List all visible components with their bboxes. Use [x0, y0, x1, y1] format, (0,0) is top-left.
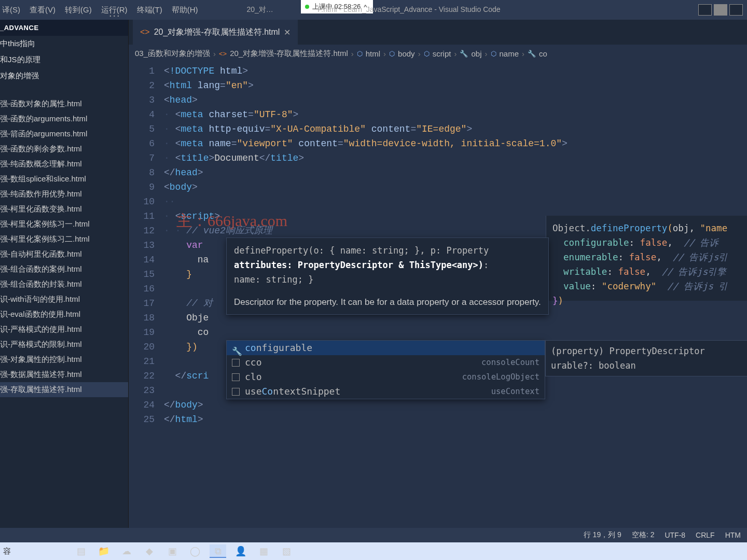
folder-list: 中this指向和JS的原理对象的增强: [0, 36, 128, 84]
task-icon-8[interactable]: ▦: [255, 544, 272, 558]
menu-help[interactable]: 帮助(H): [172, 5, 198, 15]
editor-overflow-icon[interactable]: ···: [109, 20, 121, 21]
chevron-right-icon: ›: [418, 49, 421, 58]
box-icon: [232, 373, 240, 381]
bc-folder[interactable]: 03_函数和对象的增强: [135, 49, 210, 59]
signature-help-popup: defineProperty(o: { name: string; }, p: …: [226, 237, 549, 315]
task-icon-4[interactable]: ▣: [164, 544, 181, 558]
title-prefix: 20_对…: [246, 5, 273, 13]
panel-bottom-icon[interactable]: [714, 4, 727, 16]
menu-terminal[interactable]: 终端(T): [137, 5, 162, 15]
sidebar-file[interactable]: 强-柯里化案例练习一.html: [0, 217, 128, 232]
element-icon: ⬡: [424, 50, 430, 58]
sidebar-file[interactable]: 强-箭函的arguments.html: [0, 127, 128, 142]
tabs-row: <> 20_对象增强-存取属性描述符.html ✕: [129, 20, 747, 45]
sidebar-file[interactable]: 强-数据属性描述符.html: [0, 367, 128, 382]
chevron-right-icon: ›: [522, 49, 524, 58]
task-icon-9[interactable]: ▧: [278, 544, 295, 558]
panel-right-icon[interactable]: [729, 4, 743, 16]
sidebar-file[interactable]: 强-函数的剩余参数.html: [0, 142, 128, 157]
explorer-sidebar[interactable]: ··· _ADVANCE 中this指向和JS的原理对象的增强 强-函数对象的属…: [0, 20, 129, 528]
sidebar-file[interactable]: 强-组合函数的封装.html: [0, 277, 128, 292]
task-icon-2[interactable]: ☁: [118, 544, 135, 558]
pv-l2: configurable: false, // 告诉: [552, 235, 741, 250]
sidebar-file[interactable]: 强-函数对象的属性.html: [0, 96, 128, 111]
sidebar-file[interactable]: 强-纯函数作用优势.html: [0, 187, 128, 202]
sig-line-3: name: string; }: [234, 272, 541, 287]
file-icon: <>: [219, 50, 227, 58]
bc-script[interactable]: script: [433, 49, 451, 58]
wrench-icon: 🔧: [528, 50, 536, 58]
tab-active[interactable]: <> 20_对象增强-存取属性描述符.html ✕: [133, 20, 298, 45]
suggest-alias: useContext: [491, 384, 540, 399]
sidebar-folder[interactable]: 和JS的原理: [0, 52, 128, 68]
autocomplete-popup[interactable]: 🔧configurableccoconsoleCountcloconsoleLo…: [226, 340, 545, 399]
code-editor[interactable]: 1234567891011121314151617181920212223242…: [129, 62, 747, 528]
sidebar-file[interactable]: 识-严格模式的使用.html: [0, 322, 128, 337]
sidebar-file[interactable]: 强-柯里化函数变换.html: [0, 202, 128, 217]
suggest-item[interactable]: 🔧configurable: [227, 341, 545, 355]
menu-goto[interactable]: 转到(G): [65, 5, 92, 15]
sidebar-file[interactable]: 强-对象属性的控制.html: [0, 352, 128, 367]
element-icon: ⬡: [491, 50, 496, 58]
suggest-alias: consoleLogObject: [462, 370, 540, 384]
task-icon-chrome[interactable]: ◯: [187, 544, 203, 558]
close-icon[interactable]: ✕: [284, 27, 290, 37]
bc-co[interactable]: co: [539, 49, 547, 58]
suggest-item[interactable]: useContextSnippetuseContext: [227, 384, 545, 399]
menu-view[interactable]: 查看(V): [30, 5, 56, 15]
bc-obj[interactable]: obj: [471, 49, 481, 58]
chevron-right-icon: ›: [383, 49, 386, 58]
suggest-item[interactable]: ccoconsoleCount: [227, 355, 545, 370]
menu-select[interactable]: 译(S): [2, 5, 20, 15]
sidebar-folder[interactable]: 中this指向: [0, 36, 128, 52]
sidebar-file[interactable]: 识-严格模式的限制.html: [0, 337, 128, 352]
task-icon-0[interactable]: ▤: [73, 544, 89, 558]
sidebar-file[interactable]: 强-数组splice和slice.html: [0, 172, 128, 187]
statusbar: 行 19，列 9 空格: 2 UTF-8 CRLF HTM: [0, 528, 747, 542]
sidebar-file[interactable]: 强-柯里化案例练习二.html: [0, 232, 128, 247]
task-icon-7[interactable]: 👤: [232, 544, 249, 558]
sidebar-file[interactable]: 强-纯函数概念理解.html: [0, 157, 128, 172]
sidebar-file[interactable]: 强-自动柯里化函数.html: [0, 247, 128, 262]
sidebar-file[interactable]: 强-存取属性描述符.html: [0, 382, 128, 397]
status-eol[interactable]: CRLF: [696, 531, 715, 539]
box-icon: [232, 388, 240, 396]
sig-line-2: attributes: PropertyDescriptor & ThisTyp…: [234, 258, 541, 272]
status-lang[interactable]: HTM: [725, 531, 741, 539]
bc-html[interactable]: html: [366, 49, 380, 58]
project-root[interactable]: _ADVANCE: [0, 20, 128, 36]
window-title: 20_对… F.html - Learn_JavaScript_Advance …: [246, 5, 500, 15]
sidebar-file[interactable]: 识-eval函数的使用.html: [0, 307, 128, 322]
sidebar-folder[interactable]: 对象的增强: [0, 68, 128, 84]
bc-body[interactable]: body: [398, 49, 415, 58]
pv-l6: }): [552, 293, 741, 308]
chevron-right-icon: ›: [213, 49, 216, 58]
sidebar-file[interactable]: 强-函数的arguments.html: [0, 111, 128, 127]
box-icon: [232, 359, 240, 367]
suggest-item[interactable]: cloconsoleLogObject: [227, 370, 545, 384]
layout-controls: [698, 4, 743, 16]
chevron-right-icon: ›: [485, 49, 488, 58]
line-gutter: 1234567891011121314151617181920212223242…: [129, 62, 164, 528]
status-spaces[interactable]: 空格: 2: [632, 530, 655, 540]
bc-name[interactable]: name: [500, 49, 519, 58]
status-encoding[interactable]: UTF-8: [665, 531, 685, 539]
task-icon-explorer[interactable]: 📁: [95, 544, 112, 558]
sidebar-file[interactable]: 强-组合函数的案例.html: [0, 262, 128, 277]
sidebar-file[interactable]: 识-with语句的使用.html: [0, 292, 128, 307]
suggest-label: clo: [245, 370, 262, 384]
preview-panel: Object.defineProperty(obj, "name configu…: [546, 216, 747, 301]
bc-file[interactable]: 20_对象增强-存取属性描述符.html: [230, 49, 348, 59]
autocomplete-doc: (property) PropertyDescriptorurable?: bo…: [545, 340, 747, 376]
pv-l3: enumerable: false, // 告诉js引: [552, 250, 741, 264]
breadcrumb[interactable]: 03_函数和对象的增强 › <> 20_对象增强-存取属性描述符.html › …: [129, 45, 747, 62]
panel-left-icon[interactable]: [698, 4, 712, 16]
task-icon-3[interactable]: ◆: [141, 544, 158, 558]
taskbar[interactable]: 容 ▤ 📁 ☁ ◆ ▣ ◯ ⧉ 👤 ▦ ▧: [0, 542, 747, 560]
status-position[interactable]: 行 19，列 9: [584, 530, 621, 540]
pv-l1: Object.defineProperty(obj, "name: [552, 221, 741, 235]
suggest-alias: consoleCount: [481, 355, 540, 370]
title-suffix: F.html - Learn_JavaScript_Advance - Visu…: [317, 5, 500, 13]
task-icon-vscode[interactable]: ⧉: [210, 544, 226, 558]
